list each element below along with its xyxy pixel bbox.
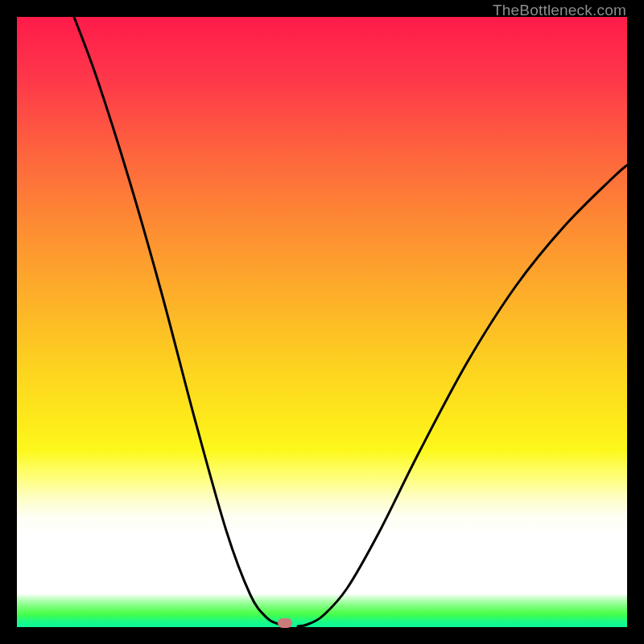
watermark-text: TheBottleneck.com [493,2,626,19]
plot-area [17,17,627,627]
optimum-marker [278,618,292,628]
